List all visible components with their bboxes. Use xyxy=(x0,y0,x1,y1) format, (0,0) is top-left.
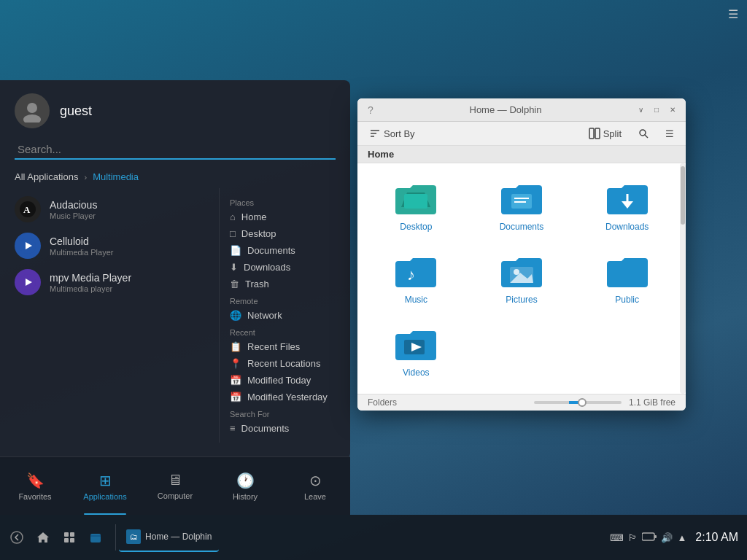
app-item-mpv[interactable]: mpv Media Player Multimedia player xyxy=(15,264,219,300)
taskbar-home-button[interactable] xyxy=(31,525,55,550)
sidebar-label-desktop: Desktop xyxy=(241,228,276,239)
leave-nav-icon: ⊙ xyxy=(309,472,322,489)
pictures-folder-label: Pictures xyxy=(506,295,537,305)
zoom-thumb[interactable] xyxy=(578,398,587,407)
battery-tray-icon[interactable] xyxy=(642,532,657,543)
svg-point-1 xyxy=(23,114,41,122)
arrow-up-tray-icon[interactable]: ▲ xyxy=(677,532,686,543)
sidebar-label-network: Network xyxy=(247,310,282,321)
sidebar-item-trash[interactable]: 🗑 Trash xyxy=(220,276,350,292)
split-button[interactable]: Split xyxy=(584,125,626,141)
user-name: guest xyxy=(60,104,92,119)
sidebar-item-recent-files[interactable]: 📋 Recent Files xyxy=(220,338,350,355)
folder-music[interactable]: ♪ Music xyxy=(368,246,465,311)
folder-desktop[interactable]: Desktop xyxy=(368,174,465,238)
sidebar-item-downloads[interactable]: ⬇ Downloads xyxy=(220,259,350,276)
audacious-subtitle: Music Player xyxy=(50,211,97,220)
flag-tray-icon[interactable]: 🏳 xyxy=(628,532,638,543)
computer-nav-label: Computer xyxy=(158,491,193,500)
hamburger-menu-icon[interactable]: ☰ xyxy=(728,7,738,21)
folder-public[interactable]: Public xyxy=(578,246,676,311)
computer-nav-icon: 🖥 xyxy=(168,472,182,489)
search-input[interactable] xyxy=(15,140,336,160)
public-folder-label: Public xyxy=(615,295,639,305)
applications-nav-icon: ⊞ xyxy=(99,472,112,489)
nav-computer[interactable]: 🖥 Computer xyxy=(140,457,210,515)
music-folder-label: Music xyxy=(405,295,427,305)
remote-section-title: Remote xyxy=(220,292,350,307)
taskbar-dolphin-window[interactable]: 🗂 Home — Dolphin xyxy=(119,523,219,552)
svg-rect-36 xyxy=(654,535,657,538)
sort-by-label: Sort By xyxy=(384,128,415,139)
dolphin-minimize-button[interactable]: ∨ xyxy=(635,104,646,116)
search-documents-icon: ≡ xyxy=(230,423,236,434)
nav-history[interactable]: 🕐 History xyxy=(210,457,280,515)
svg-line-14 xyxy=(645,135,648,138)
taskbar-apps-button[interactable] xyxy=(57,525,82,550)
back-icon xyxy=(10,531,23,544)
dolphin-window-controls: ∨ □ ✕ xyxy=(635,104,678,116)
sidebar-item-modified-yesterday[interactable]: 📅 Modified Yesterday xyxy=(220,389,350,405)
svg-point-0 xyxy=(27,103,37,113)
sidebar-label-documents: Documents xyxy=(247,245,295,256)
dolphin-window: ? Home — Dolphin ∨ □ ✕ Sort By Split ☰ xyxy=(357,98,686,411)
sidebar-item-modified-today[interactable]: 📅 Modified Today xyxy=(220,372,350,389)
mpv-icon xyxy=(15,269,41,295)
app-item-celluloid[interactable]: Celluloid Multimedia Player xyxy=(15,228,219,264)
desktop-folder-icon xyxy=(392,179,439,217)
sidebar-item-documents[interactable]: 📄 Documents xyxy=(220,242,350,259)
sidebar-label-downloads: Downloads xyxy=(244,262,290,273)
svg-rect-34 xyxy=(90,534,101,542)
audacious-icon: A xyxy=(15,196,41,222)
nav-applications[interactable]: ⊞ Applications xyxy=(70,457,140,515)
sidebar-item-desktop[interactable]: □ Desktop xyxy=(220,225,350,242)
all-apps-link[interactable]: All Applications xyxy=(15,171,78,182)
music-folder-icon: ♪ xyxy=(392,252,439,290)
folder-downloads[interactable]: Downloads xyxy=(578,174,676,238)
videos-folder-icon xyxy=(392,325,439,363)
taskbar-divider xyxy=(115,524,116,551)
keyboard-tray-icon[interactable]: ⌨ xyxy=(610,532,624,543)
network-sidebar-icon: 🌐 xyxy=(230,310,241,321)
sort-by-button[interactable]: Sort By xyxy=(365,125,419,141)
sidebar-item-home[interactable]: ⌂ Home xyxy=(220,209,350,225)
dolphin-close-button[interactable]: ✕ xyxy=(667,104,678,116)
dolphin-scrollbar-thumb[interactable] xyxy=(681,166,685,225)
mpv-text: mpv Media Player Multimedia player xyxy=(50,272,131,293)
nav-favorites[interactable]: 🔖 Favorites xyxy=(0,457,70,515)
dolphin-scrollbar[interactable] xyxy=(680,163,686,394)
sidebar-label-search-documents: Documents xyxy=(241,423,290,434)
dolphin-maximize-button[interactable]: □ xyxy=(651,104,662,116)
folder-documents[interactable]: Documents xyxy=(473,174,570,238)
app-item-audacious[interactable]: A Audacious Music Player xyxy=(15,191,219,228)
taskbar-left xyxy=(0,525,112,550)
launcher-content: A Audacious Music Player Celluloid Multi… xyxy=(0,188,350,443)
sidebar-item-recent-locations[interactable]: 📍 Recent Locations xyxy=(220,355,350,372)
nav-leave[interactable]: ⊙ Leave xyxy=(280,457,350,515)
desktop-sidebar-icon: □ xyxy=(230,228,236,239)
taskbar-back-button[interactable] xyxy=(4,525,29,550)
sidebar-item-search-documents[interactable]: ≡ Documents xyxy=(220,420,350,437)
app-list: A Audacious Music Player Celluloid Multi… xyxy=(0,188,219,443)
taskbar-dolphin-icon: 🗂 xyxy=(126,529,141,544)
volume-tray-icon[interactable]: 🔊 xyxy=(661,532,673,543)
folder-videos[interactable]: Videos xyxy=(368,319,465,384)
leave-nav-label: Leave xyxy=(304,492,326,501)
documents-folder-icon xyxy=(498,179,545,217)
svg-rect-31 xyxy=(70,532,74,537)
svg-rect-11 xyxy=(589,128,594,139)
folder-pictures[interactable]: Pictures xyxy=(473,246,570,311)
dolphin-toolbar: Sort By Split ☰ xyxy=(357,122,686,146)
history-nav-icon: 🕐 xyxy=(236,472,255,489)
current-category: Multimedia xyxy=(93,171,139,182)
dolphin-menu-button[interactable]: ☰ xyxy=(661,126,678,141)
celluloid-subtitle: Multimedia Player xyxy=(50,248,113,257)
taskbar-window-title: Home — Dolphin xyxy=(145,532,212,542)
sidebar-item-network[interactable]: 🌐 Network xyxy=(220,307,350,324)
dolphin-search-button[interactable] xyxy=(633,125,654,141)
taskbar-files-button[interactable] xyxy=(83,525,108,550)
home-sidebar-icon: ⌂ xyxy=(230,211,236,222)
zoom-slider[interactable] xyxy=(534,401,622,404)
dolphin-help-button[interactable]: ? xyxy=(365,104,376,116)
svg-rect-33 xyxy=(70,538,74,542)
